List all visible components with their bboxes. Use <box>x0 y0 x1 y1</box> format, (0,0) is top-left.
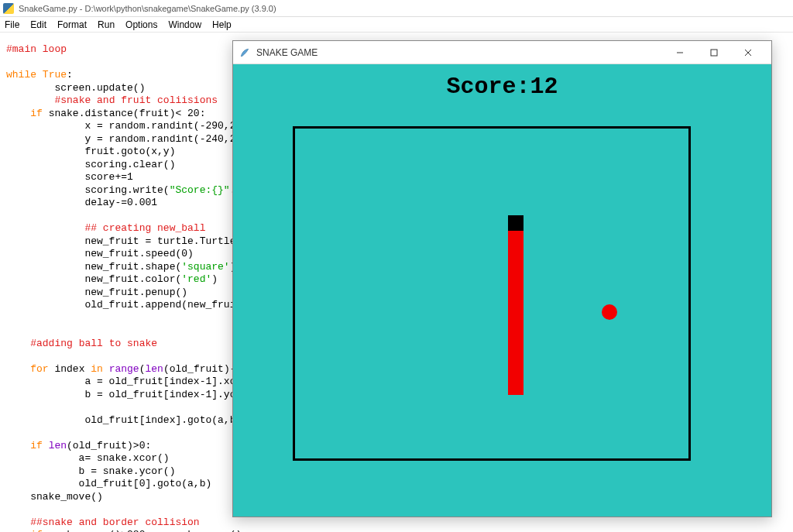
menu-help[interactable]: Help <box>212 19 232 30</box>
snake-head <box>508 215 524 231</box>
menu-edit[interactable]: Edit <box>30 19 46 30</box>
idle-titlebar: SnakeGame.py - D:\work\python\snakegame\… <box>0 0 793 17</box>
menu-file[interactable]: File <box>5 19 19 30</box>
python-icon <box>3 3 14 14</box>
snake-game-window: SNAKE GAME Score:12 <box>232 40 772 517</box>
turtle-feather-icon <box>239 47 250 58</box>
maximize-button[interactable] <box>697 41 731 64</box>
score-text: Score:12 <box>233 74 771 100</box>
game-canvas[interactable]: Score:12 <box>233 64 771 517</box>
snake-body <box>508 231 524 395</box>
close-button[interactable] <box>731 41 765 64</box>
minimize-button[interactable] <box>663 41 697 64</box>
svg-rect-1 <box>711 50 717 56</box>
menu-options[interactable]: Options <box>125 19 157 30</box>
menu-run[interactable]: Run <box>98 19 115 30</box>
idle-menubar: File Edit Format Run Options Window Help <box>0 17 793 33</box>
idle-title-text: SnakeGame.py - D:\work\python\snakegame\… <box>19 4 276 13</box>
playfield-border <box>293 126 691 461</box>
menu-format[interactable]: Format <box>57 19 87 30</box>
game-titlebar[interactable]: SNAKE GAME <box>233 41 771 64</box>
fruit <box>602 304 617 320</box>
menu-window[interactable]: Window <box>168 19 201 30</box>
game-title-text: SNAKE GAME <box>256 47 318 58</box>
